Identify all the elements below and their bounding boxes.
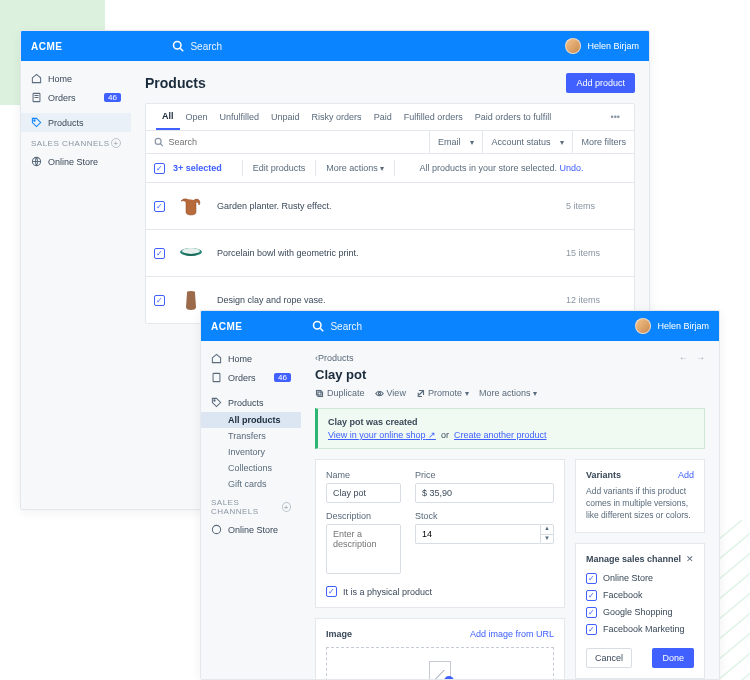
filter-more[interactable]: More filters (573, 131, 634, 153)
stepper-down-icon[interactable]: ▼ (541, 535, 553, 544)
view-shop-link[interactable]: View in your online shop ↗ (328, 430, 436, 440)
page-actions: Duplicate View Promote ▾ More actions ▾ (315, 388, 705, 398)
sidebar-collections[interactable]: Collections (201, 460, 301, 476)
tabs-more-icon[interactable]: ••• (607, 108, 624, 126)
orders-badge: 46 (274, 373, 291, 382)
username[interactable]: Helen Birjam (657, 321, 709, 331)
variants-description: Add variants if this product comes in mu… (586, 486, 694, 522)
sidebar-orders[interactable]: Orders 46 (201, 368, 301, 387)
add-image-url-link[interactable]: Add image from URL (470, 629, 554, 639)
product-count: 5 items (566, 201, 626, 211)
sidebar-transfers[interactable]: Transfers (201, 428, 301, 444)
sidebar: Home Orders 46 Products SALES CHANNELS +… (21, 61, 131, 509)
username[interactable]: Helen Birjam (587, 41, 639, 51)
sidebar-gift-cards[interactable]: Gift cards (201, 476, 301, 492)
physical-product-checkbox[interactable] (326, 586, 337, 597)
sidebar-home[interactable]: Home (21, 69, 131, 88)
product-row[interactable]: Garden planter. Rusty effect. 5 items (146, 183, 634, 230)
product-thumb (177, 289, 205, 311)
image-dropzone[interactable]: + (326, 647, 554, 679)
sidebar-online-store[interactable]: Online Store (21, 152, 131, 171)
search-input[interactable] (190, 41, 310, 52)
sidebar-inventory[interactable]: Inventory (201, 444, 301, 460)
global-search[interactable] (172, 40, 565, 52)
sidebar-orders[interactable]: Orders 46 (21, 88, 131, 107)
view-button[interactable]: View (375, 388, 406, 398)
price-input[interactable] (415, 483, 554, 503)
tab-unpaid[interactable]: Unpaid (265, 105, 306, 129)
product-row[interactable]: Porcelain bowl with geometric print. 15 … (146, 230, 634, 277)
more-actions-button[interactable]: More actions ▾ (326, 163, 384, 173)
edit-products-button[interactable]: Edit products (253, 163, 306, 173)
avatar[interactable] (635, 318, 651, 334)
channel-item[interactable]: Google Shopping (586, 604, 694, 621)
table-search-input[interactable] (168, 137, 420, 147)
sidebar-home[interactable]: Home (201, 349, 301, 368)
description-input[interactable] (326, 524, 401, 574)
prev-button[interactable]: ← (679, 353, 688, 363)
channel-checkbox[interactable] (586, 590, 597, 601)
tab-paid-to-fulfill[interactable]: Paid orders to fulfill (469, 105, 558, 129)
search-icon (154, 137, 163, 147)
search-input[interactable] (330, 321, 450, 332)
channel-checkbox[interactable] (586, 573, 597, 584)
svg-line-15 (181, 48, 184, 51)
filter-email[interactable]: Email▾ (430, 131, 484, 153)
breadcrumb-back[interactable]: ‹ Products (315, 353, 354, 363)
product-count: 15 items (566, 248, 626, 258)
orders-icon (31, 92, 42, 103)
sales-channel-card: Manage sales channel ✕ Online Store Face… (575, 543, 705, 679)
tabs: All Open Unfulfilled Unpaid Risky orders… (146, 104, 634, 131)
more-actions-button[interactable]: More actions ▾ (479, 388, 538, 398)
svg-point-19 (34, 120, 35, 121)
tab-open[interactable]: Open (180, 105, 214, 129)
promote-button[interactable]: Promote ▾ (416, 388, 469, 398)
row-checkbox[interactable] (154, 248, 165, 259)
bulk-note: All products in your store selected. Und… (419, 163, 583, 173)
create-another-link[interactable]: Create another product (454, 430, 547, 440)
stock-input[interactable] (415, 524, 540, 544)
svg-point-28 (214, 400, 215, 401)
channel-checkbox[interactable] (586, 607, 597, 618)
table-search[interactable] (146, 131, 430, 153)
add-channel-icon[interactable]: + (111, 138, 121, 148)
name-input[interactable] (326, 483, 401, 503)
tab-fulfilled[interactable]: Fulfilled orders (398, 105, 469, 129)
row-checkbox[interactable] (154, 295, 165, 306)
sidebar-online-store[interactable]: Online Store (201, 520, 301, 539)
select-all-checkbox[interactable] (154, 163, 165, 174)
tab-risky[interactable]: Risky orders (306, 105, 368, 129)
channel-item[interactable]: Facebook (586, 587, 694, 604)
stepper-up-icon[interactable]: ▲ (541, 525, 553, 535)
global-search[interactable] (312, 320, 635, 332)
chevron-down-icon: ▾ (470, 138, 474, 147)
add-variant-link[interactable]: Add (678, 470, 694, 480)
tab-paid[interactable]: Paid (368, 105, 398, 129)
image-placeholder-icon: + (429, 661, 451, 679)
channel-item[interactable]: Facebook Marketing (586, 621, 694, 638)
products-table-card: All Open Unfulfilled Unpaid Risky orders… (145, 103, 635, 324)
duplicate-button[interactable]: Duplicate (315, 388, 365, 398)
tab-unfulfilled[interactable]: Unfulfilled (214, 105, 266, 129)
stock-stepper[interactable]: ▲▼ (415, 524, 554, 544)
channel-checkbox[interactable] (586, 624, 597, 635)
store-icon (31, 156, 42, 167)
sidebar-products[interactable]: Products (21, 113, 131, 132)
channel-item[interactable]: Online Store (586, 570, 694, 587)
tab-all[interactable]: All (156, 104, 180, 130)
done-button[interactable]: Done (652, 648, 694, 668)
next-button[interactable]: → (696, 353, 705, 363)
topbar: ACME Helen Birjam (201, 311, 719, 341)
sidebar-products[interactable]: Products (201, 393, 301, 412)
sidebar-sales-channels-header: SALES CHANNELS + (21, 132, 131, 152)
filter-account-status[interactable]: Account status▾ (483, 131, 573, 153)
add-channel-icon[interactable]: + (282, 502, 291, 512)
cancel-button[interactable]: Cancel (586, 648, 632, 668)
row-checkbox[interactable] (154, 201, 165, 212)
add-product-button[interactable]: Add product (566, 73, 635, 93)
undo-link[interactable]: Undo. (559, 163, 583, 173)
avatar[interactable] (565, 38, 581, 54)
close-icon[interactable]: ✕ (686, 554, 694, 564)
sidebar-all-products[interactable]: All products (201, 412, 301, 428)
price-label: Price (415, 470, 554, 480)
